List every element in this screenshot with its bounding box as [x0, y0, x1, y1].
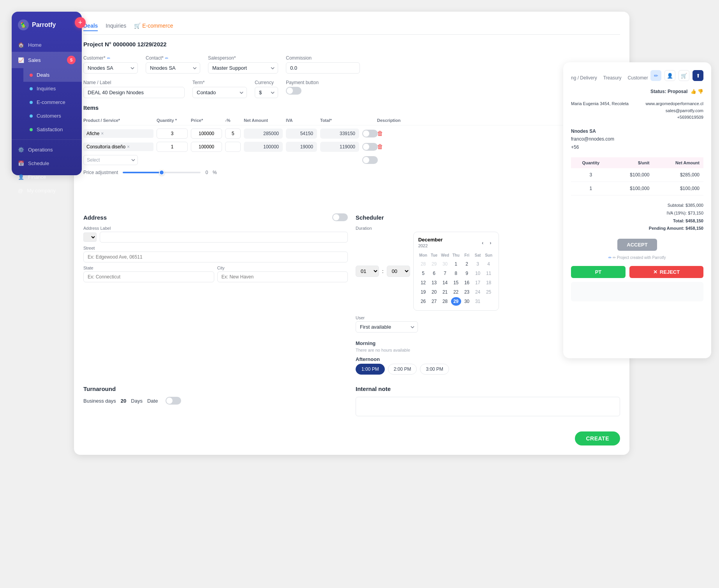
cal-day[interactable]: 6	[429, 269, 439, 278]
cal-day[interactable]: 8	[451, 269, 461, 278]
cal-day[interactable]: 20	[429, 288, 439, 296]
tab-inquiries[interactable]: Inquiries	[106, 21, 126, 31]
date-toggle[interactable]	[166, 397, 181, 405]
accept-green-button[interactable]: PT	[571, 266, 626, 278]
cal-day[interactable]: 23	[462, 288, 472, 296]
discount-input-2[interactable]	[225, 142, 241, 152]
cal-day[interactable]: 14	[440, 278, 450, 287]
tab-ecommerce[interactable]: 🛒 E-commerce	[134, 21, 173, 31]
contact-edit-icon[interactable]: ✏	[165, 56, 168, 60]
cal-day[interactable]: 30	[440, 260, 450, 268]
product-tag-1[interactable]: Afiche ×	[83, 129, 153, 138]
cal-day[interactable]: 15	[451, 278, 461, 287]
item-toggle-2[interactable]	[362, 143, 378, 151]
sidebar-item-home[interactable]: 🏠 Home	[12, 38, 82, 52]
cal-day[interactable]: 19	[418, 288, 428, 296]
state-input[interactable]	[83, 271, 214, 282]
cal-day[interactable]: 10	[473, 269, 483, 278]
remove-product-1[interactable]: ×	[101, 131, 104, 136]
city-input[interactable]	[217, 271, 348, 282]
product-select[interactable]: Select	[83, 155, 138, 165]
time-slot-3[interactable]: 3:00 PM	[420, 364, 449, 375]
name-input[interactable]	[83, 87, 185, 98]
cal-day[interactable]: 26	[418, 297, 428, 306]
time-slot-2[interactable]: 2:00 PM	[388, 364, 417, 375]
cal-day[interactable]: 3	[473, 260, 483, 268]
tab-shipping[interactable]: ng / Delivery	[571, 75, 597, 81]
cal-day[interactable]: 13	[429, 278, 439, 287]
salesperson-select[interactable]: Master Support	[208, 62, 278, 74]
customer-select[interactable]: Nnodes SA	[83, 62, 138, 74]
cal-day[interactable]: 31	[473, 297, 483, 306]
tab-treasury[interactable]: Treasury	[603, 75, 622, 81]
cal-day[interactable]: 1	[451, 260, 461, 268]
reject-button[interactable]: ✕ REJECT	[629, 266, 703, 278]
delete-item-2[interactable]: 🗑	[377, 143, 408, 150]
time-slot-1[interactable]: 1:00 PM	[356, 364, 385, 375]
cal-day[interactable]: 2	[462, 260, 472, 268]
address-label-select[interactable]	[83, 232, 97, 242]
tab-customer[interactable]: Customer	[628, 75, 648, 81]
sidebar-item-customers[interactable]: Customers	[23, 109, 82, 123]
cal-day[interactable]: 11	[484, 269, 494, 278]
cal-day[interactable]: 25	[484, 288, 494, 296]
street-input[interactable]	[83, 252, 348, 262]
currency-select[interactable]: $	[255, 87, 278, 98]
add-button[interactable]: +	[75, 17, 86, 28]
share-icon[interactable]: ⬆	[693, 70, 703, 81]
cal-day[interactable]: 9	[462, 269, 472, 278]
cal-day[interactable]: 28	[418, 260, 428, 268]
person-icon[interactable]: 👤	[664, 70, 675, 81]
cart-icon[interactable]: 🛒	[678, 70, 689, 81]
term-select[interactable]: Contado	[192, 87, 247, 98]
customer-edit-icon[interactable]: ✏	[107, 56, 110, 60]
cal-day[interactable]: 24	[473, 288, 483, 296]
address-toggle[interactable]	[332, 213, 348, 221]
cal-next[interactable]: ›	[487, 239, 493, 246]
sidebar-item-sales[interactable]: 📈 Sales S	[12, 52, 82, 68]
payment-toggle[interactable]	[286, 87, 301, 95]
duration-minutes-select[interactable]: 00	[387, 266, 410, 277]
cal-day[interactable]: 18	[484, 278, 494, 287]
cal-day[interactable]: 7	[440, 269, 450, 278]
price-input-1[interactable]	[191, 129, 222, 139]
cal-day[interactable]: 16	[462, 278, 472, 287]
quantity-input-1[interactable]	[157, 129, 188, 139]
accept-button[interactable]: ACCEPT	[617, 239, 657, 251]
contact-select[interactable]: Nnodes SA	[146, 62, 200, 74]
cal-prev[interactable]: ‹	[479, 239, 486, 246]
discount-input-1[interactable]	[225, 129, 241, 139]
item-toggle-1[interactable]	[362, 130, 378, 137]
cal-day[interactable]: 5	[418, 269, 428, 278]
cal-day[interactable]: 28	[440, 297, 450, 306]
commission-input[interactable]	[286, 62, 360, 74]
sidebar-item-finance[interactable]: 👤 Finance	[12, 170, 82, 184]
sidebar-item-inquiries[interactable]: Inquiries	[23, 82, 82, 95]
sidebar-item-ecommerce[interactable]: E-commerce	[23, 95, 82, 109]
price-input-2[interactable]	[191, 142, 222, 152]
product-tag-2[interactable]: Consultoría diseño ×	[83, 143, 153, 151]
create-button[interactable]: CREATE	[575, 431, 620, 445]
sidebar-item-deals[interactable]: Deals	[23, 68, 82, 82]
sidebar-item-mycompany[interactable]: @ My company	[12, 184, 82, 197]
cal-day[interactable]: 17	[473, 278, 483, 287]
address-label-input[interactable]	[100, 232, 348, 243]
cal-day[interactable]: 21	[440, 288, 450, 296]
cal-day[interactable]: 22	[451, 288, 461, 296]
sidebar-item-schedule[interactable]: 📅 Schedule	[12, 157, 82, 170]
cal-day[interactable]: 4	[484, 260, 494, 268]
sidebar-item-satisfaction[interactable]: Satisfaction	[23, 123, 82, 136]
sidebar-item-operations[interactable]: ⚙️ Operations	[12, 143, 82, 157]
price-slider[interactable]	[123, 172, 201, 173]
item-toggle-3[interactable]	[362, 156, 378, 164]
internal-note-textarea[interactable]	[356, 397, 620, 416]
delete-item-1[interactable]: 🗑	[377, 130, 408, 137]
user-select[interactable]: First available	[356, 321, 418, 333]
cal-day-today[interactable]: 29	[451, 297, 461, 306]
edit-icon[interactable]: ✏	[650, 70, 661, 81]
duration-hours-select[interactable]: 01	[356, 266, 379, 277]
cal-day[interactable]: 29	[429, 260, 439, 268]
cal-day[interactable]: 30	[462, 297, 472, 306]
remove-product-2[interactable]: ×	[127, 144, 130, 150]
cal-day[interactable]: 12	[418, 278, 428, 287]
